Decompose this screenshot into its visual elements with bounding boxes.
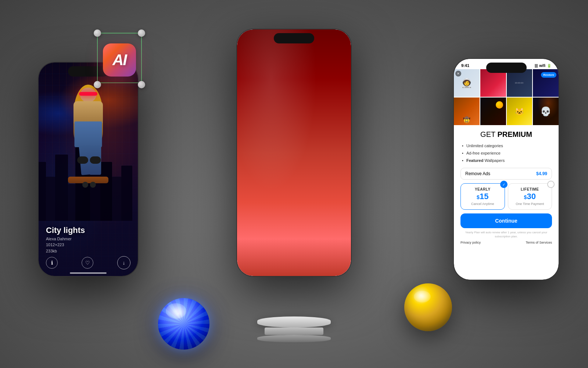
download-button[interactable]: ↓	[117, 256, 130, 269]
premium-disclaimer: Yearly Plan will auto renew after 1 year…	[460, 230, 552, 238]
feature-wallpapers: Featured Wallpapers	[462, 157, 552, 164]
premium-section: GET PREMIUM Unlimited categories Ad-free…	[454, 125, 559, 280]
phone-center-notch	[274, 33, 314, 43]
grid-img-dark-red[interactable]	[295, 143, 348, 196]
restore-button[interactable]: Restore	[541, 72, 556, 78]
phone-left-actions: ℹ ♡ ↓	[39, 256, 138, 269]
feature-adfree: Ad-free experience	[462, 150, 552, 157]
plan-check-icon: ✓	[500, 181, 508, 188]
plan-cards: ✓ YEARLY $15 Cancel Anytime LIFETIME $30…	[460, 183, 552, 209]
privacy-policy-link[interactable]: Privacy policy	[460, 241, 481, 244]
remove-ads-price: $4.99	[536, 171, 547, 176]
continue-button[interactable]: Continue	[460, 213, 552, 228]
wp-scribble[interactable]: ✏✏✏	[507, 69, 533, 97]
wp-yellow[interactable]: 🐱	[507, 98, 533, 125]
node-topright	[138, 29, 145, 37]
node-bottomleft	[94, 81, 101, 88]
phone-right: 9:41 ||| wifi 🔋 ✕ 🧑‍🚀	[454, 59, 559, 280]
phone-right-screen: 9:41 ||| wifi 🔋 ✕ 🧑‍🚀	[454, 59, 559, 280]
premium-links: Privacy policy Terms of Services	[460, 241, 552, 244]
wp-blue[interactable]: Restore	[533, 69, 559, 97]
heart-icon[interactable]: ♡	[82, 257, 93, 269]
plan-unselected-icon	[547, 181, 555, 188]
right-wallpaper-grid: ✕ 🧑‍🚀 ✏✏✏ Restore 🤠	[454, 69, 559, 125]
pedestal-top	[257, 316, 331, 328]
right-battery: 🔋	[547, 64, 551, 68]
pedestal-bot	[257, 335, 331, 342]
home-indicator	[70, 272, 107, 274]
remove-ads-label: Remove Ads	[465, 171, 490, 176]
wp-skull[interactable]: 💀	[533, 98, 559, 125]
info-icon[interactable]: ℹ	[46, 257, 58, 269]
terms-link[interactable]: Terms of Services	[526, 241, 552, 244]
node-bottomright	[138, 81, 145, 88]
plan-yearly[interactable]: ✓ YEARLY $15 Cancel Anytime	[460, 183, 505, 209]
remove-ads-row[interactable]: Remove Ads $4.99	[460, 168, 552, 180]
node-topleft	[94, 29, 101, 37]
phone-right-notch	[486, 63, 527, 73]
phone-left-info: City lights Alexa Dahmer 1012×223 233kb	[46, 226, 130, 254]
ai-icon: AI	[103, 43, 136, 77]
gold-sphere-highlight	[414, 291, 431, 303]
feature-unlimited: Unlimited categories	[462, 142, 552, 150]
city-lights-title: City lights	[46, 226, 130, 235]
right-signal: |||	[535, 64, 538, 68]
city-lights-author: Alexa Dahmer 1012×223 233kb	[46, 236, 130, 254]
pedestal	[257, 316, 331, 342]
right-wifi: wifi	[539, 64, 545, 68]
wp-astronaut[interactable]: ✕ 🧑‍🚀	[454, 69, 480, 97]
premium-title: GET PREMIUM	[460, 130, 552, 139]
phone-center: 9:41 ▪▪▪ wifi 🔋 ⚙ Featured 126	[237, 29, 351, 276]
image-grid	[237, 86, 351, 198]
wp-orange[interactable]: 🤠	[454, 98, 480, 125]
phone-center-screen: 9:41 ▪▪▪ wifi 🔋 ⚙ Featured 126	[237, 29, 351, 276]
right-status-icons: ||| wifi 🔋	[535, 64, 551, 68]
gold-sphere	[404, 283, 452, 331]
wp-red[interactable]	[480, 69, 506, 97]
plan-lifetime[interactable]: LIFETIME $30 One Time Payment	[508, 183, 552, 209]
pedestal-mid	[265, 328, 323, 335]
premium-features: Unlimited categories Ad-free experience …	[460, 142, 552, 164]
right-time: 9:41	[461, 63, 469, 68]
wp-dark-moon[interactable]	[480, 98, 506, 125]
blue-sphere	[158, 298, 209, 350]
